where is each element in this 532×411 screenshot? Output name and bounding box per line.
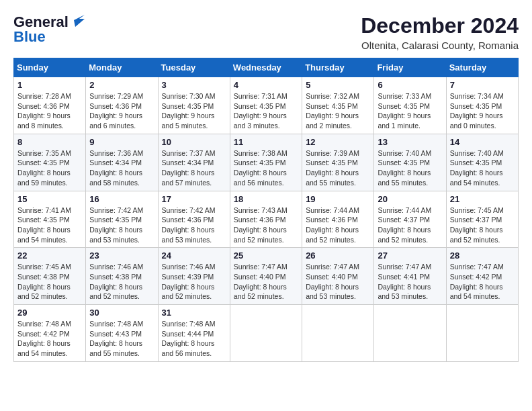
table-row: 6Sunrise: 7:33 AM Sunset: 4:35 PM Daylig…	[374, 77, 446, 134]
day-number: 3	[162, 80, 226, 90]
header-friday: Friday	[374, 58, 446, 77]
day-number: 12	[306, 137, 370, 147]
day-info: Sunrise: 7:43 AM Sunset: 4:36 PM Dayligh…	[234, 205, 298, 245]
calendar-table: Sunday Monday Tuesday Wednesday Thursday…	[13, 58, 519, 362]
table-row: 10Sunrise: 7:37 AM Sunset: 4:34 PM Dayli…	[158, 134, 230, 191]
table-row: 17Sunrise: 7:42 AM Sunset: 4:36 PM Dayli…	[158, 191, 230, 248]
page-subtitle: Oltenita, Calarasi County, Romania	[361, 40, 519, 51]
table-row	[230, 305, 302, 362]
table-row: 23Sunrise: 7:46 AM Sunset: 4:38 PM Dayli…	[86, 248, 158, 305]
day-info: Sunrise: 7:28 AM Sunset: 4:36 PM Dayligh…	[17, 91, 82, 131]
header-monday: Monday	[86, 58, 158, 77]
table-row: 26Sunrise: 7:47 AM Sunset: 4:40 PM Dayli…	[302, 248, 374, 305]
day-number: 7	[450, 80, 515, 90]
table-row: 5Sunrise: 7:32 AM Sunset: 4:35 PM Daylig…	[302, 77, 374, 134]
day-number: 6	[378, 80, 442, 90]
day-info: Sunrise: 7:46 AM Sunset: 4:38 PM Dayligh…	[89, 262, 154, 302]
table-row: 12Sunrise: 7:39 AM Sunset: 4:35 PM Dayli…	[302, 134, 374, 191]
day-info: Sunrise: 7:45 AM Sunset: 4:38 PM Dayligh…	[17, 262, 82, 302]
table-row: 19Sunrise: 7:44 AM Sunset: 4:36 PM Dayli…	[302, 191, 374, 248]
header-wednesday: Wednesday	[230, 58, 302, 77]
day-info: Sunrise: 7:42 AM Sunset: 4:35 PM Dayligh…	[89, 205, 154, 245]
day-number: 1	[17, 80, 82, 90]
table-row: 9Sunrise: 7:36 AM Sunset: 4:34 PM Daylig…	[86, 134, 158, 191]
day-number: 22	[17, 250, 82, 261]
day-info: Sunrise: 7:40 AM Sunset: 4:35 PM Dayligh…	[450, 148, 515, 188]
table-row: 30Sunrise: 7:48 AM Sunset: 4:43 PM Dayli…	[86, 305, 158, 362]
day-number: 25	[234, 250, 298, 261]
calendar-header-row: Sunday Monday Tuesday Wednesday Thursday…	[14, 58, 519, 77]
day-number: 13	[378, 137, 442, 147]
table-row: 28Sunrise: 7:47 AM Sunset: 4:42 PM Dayli…	[446, 248, 518, 305]
calendar-week-row: 29Sunrise: 7:48 AM Sunset: 4:42 PM Dayli…	[14, 305, 519, 362]
day-info: Sunrise: 7:47 AM Sunset: 4:40 PM Dayligh…	[306, 262, 370, 302]
day-info: Sunrise: 7:31 AM Sunset: 4:35 PM Dayligh…	[234, 91, 298, 131]
calendar-week-row: 1Sunrise: 7:28 AM Sunset: 4:36 PM Daylig…	[14, 77, 519, 134]
day-info: Sunrise: 7:39 AM Sunset: 4:35 PM Dayligh…	[306, 148, 370, 188]
day-number: 9	[89, 137, 154, 147]
day-number: 29	[17, 308, 82, 318]
day-info: Sunrise: 7:40 AM Sunset: 4:35 PM Dayligh…	[378, 148, 442, 188]
day-info: Sunrise: 7:44 AM Sunset: 4:37 PM Dayligh…	[378, 205, 442, 245]
day-number: 21	[450, 194, 515, 204]
day-number: 15	[17, 194, 82, 204]
day-info: Sunrise: 7:32 AM Sunset: 4:35 PM Dayligh…	[306, 91, 370, 131]
day-number: 8	[17, 137, 82, 147]
day-number: 28	[450, 250, 515, 261]
day-info: Sunrise: 7:33 AM Sunset: 4:35 PM Dayligh…	[378, 91, 442, 131]
day-info: Sunrise: 7:46 AM Sunset: 4:39 PM Dayligh…	[162, 262, 226, 302]
day-number: 17	[162, 194, 226, 204]
day-info: Sunrise: 7:44 AM Sunset: 4:36 PM Dayligh…	[306, 205, 370, 245]
calendar-week-row: 8Sunrise: 7:35 AM Sunset: 4:35 PM Daylig…	[14, 134, 519, 191]
day-info: Sunrise: 7:38 AM Sunset: 4:35 PM Dayligh…	[234, 148, 298, 188]
table-row: 7Sunrise: 7:34 AM Sunset: 4:35 PM Daylig…	[446, 77, 518, 134]
calendar-week-row: 22Sunrise: 7:45 AM Sunset: 4:38 PM Dayli…	[14, 248, 519, 305]
day-info: Sunrise: 7:41 AM Sunset: 4:35 PM Dayligh…	[17, 205, 82, 245]
day-info: Sunrise: 7:36 AM Sunset: 4:34 PM Dayligh…	[89, 148, 154, 188]
table-row: 1Sunrise: 7:28 AM Sunset: 4:36 PM Daylig…	[14, 77, 86, 134]
page-title: December 2024	[361, 13, 519, 38]
day-info: Sunrise: 7:47 AM Sunset: 4:42 PM Dayligh…	[450, 262, 515, 302]
day-number: 19	[306, 194, 370, 204]
day-number: 11	[234, 137, 298, 147]
day-info: Sunrise: 7:47 AM Sunset: 4:41 PM Dayligh…	[378, 262, 442, 302]
day-info: Sunrise: 7:30 AM Sunset: 4:35 PM Dayligh…	[162, 91, 226, 131]
day-number: 5	[306, 80, 370, 90]
day-info: Sunrise: 7:45 AM Sunset: 4:37 PM Dayligh…	[450, 205, 515, 245]
day-number: 20	[378, 194, 442, 204]
table-row: 13Sunrise: 7:40 AM Sunset: 4:35 PM Dayli…	[374, 134, 446, 191]
day-number: 4	[234, 80, 298, 90]
day-info: Sunrise: 7:29 AM Sunset: 4:36 PM Dayligh…	[89, 91, 154, 131]
header-sunday: Sunday	[14, 58, 86, 77]
day-info: Sunrise: 7:48 AM Sunset: 4:44 PM Dayligh…	[162, 319, 226, 359]
day-number: 24	[162, 250, 226, 261]
table-row: 14Sunrise: 7:40 AM Sunset: 4:35 PM Dayli…	[446, 134, 518, 191]
table-row: 25Sunrise: 7:47 AM Sunset: 4:40 PM Dayli…	[230, 248, 302, 305]
table-row: 15Sunrise: 7:41 AM Sunset: 4:35 PM Dayli…	[14, 191, 86, 248]
day-number: 31	[162, 308, 226, 318]
table-row: 3Sunrise: 7:30 AM Sunset: 4:35 PM Daylig…	[158, 77, 230, 134]
table-row	[302, 305, 374, 362]
day-number: 2	[89, 80, 154, 90]
day-number: 27	[378, 250, 442, 261]
day-number: 23	[89, 250, 154, 261]
day-info: Sunrise: 7:48 AM Sunset: 4:43 PM Dayligh…	[89, 319, 154, 359]
logo-bird-icon	[70, 15, 85, 30]
day-number: 10	[162, 137, 226, 147]
table-row: 20Sunrise: 7:44 AM Sunset: 4:37 PM Dayli…	[374, 191, 446, 248]
title-area: December 2024 Oltenita, Calarasi County,…	[361, 13, 519, 51]
table-row: 21Sunrise: 7:45 AM Sunset: 4:37 PM Dayli…	[446, 191, 518, 248]
table-row: 24Sunrise: 7:46 AM Sunset: 4:39 PM Dayli…	[158, 248, 230, 305]
table-row: 4Sunrise: 7:31 AM Sunset: 4:35 PM Daylig…	[230, 77, 302, 134]
table-row: 11Sunrise: 7:38 AM Sunset: 4:35 PM Dayli…	[230, 134, 302, 191]
table-row	[446, 305, 518, 362]
day-info: Sunrise: 7:42 AM Sunset: 4:36 PM Dayligh…	[162, 205, 226, 245]
day-number: 26	[306, 250, 370, 261]
table-row: 2Sunrise: 7:29 AM Sunset: 4:36 PM Daylig…	[86, 77, 158, 134]
calendar-week-row: 15Sunrise: 7:41 AM Sunset: 4:35 PM Dayli…	[14, 191, 519, 248]
day-info: Sunrise: 7:34 AM Sunset: 4:35 PM Dayligh…	[450, 91, 515, 131]
header-tuesday: Tuesday	[158, 58, 230, 77]
table-row: 31Sunrise: 7:48 AM Sunset: 4:44 PM Dayli…	[158, 305, 230, 362]
table-row: 18Sunrise: 7:43 AM Sunset: 4:36 PM Dayli…	[230, 191, 302, 248]
table-row: 16Sunrise: 7:42 AM Sunset: 4:35 PM Dayli…	[86, 191, 158, 248]
